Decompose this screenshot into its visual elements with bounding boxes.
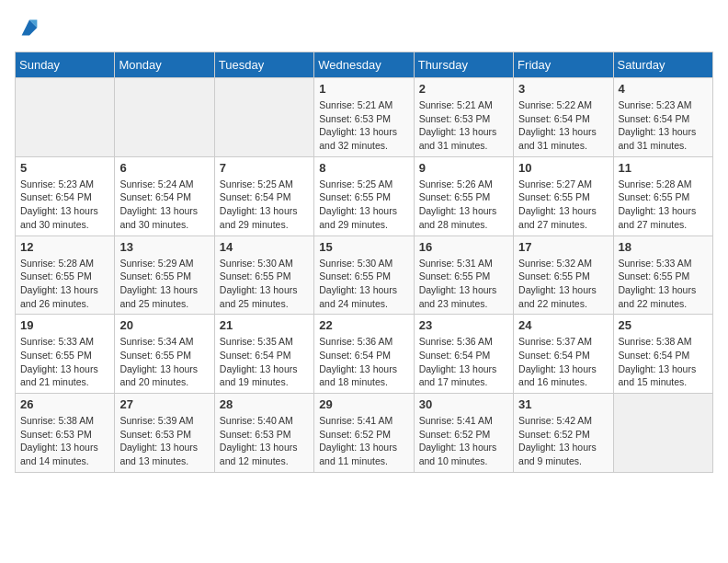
- day-number: 3: [518, 82, 608, 96]
- calendar-week-row: 5Sunrise: 5:23 AM Sunset: 6:54 PM Daylig…: [16, 156, 713, 236]
- logo: [15, 15, 42, 40]
- calendar-cell: 28Sunrise: 5:40 AM Sunset: 6:53 PM Dayli…: [214, 394, 313, 473]
- calendar-cell: 29Sunrise: 5:41 AM Sunset: 6:52 PM Dayli…: [314, 394, 414, 473]
- calendar-cell: 6Sunrise: 5:24 AM Sunset: 6:54 PM Daylig…: [115, 156, 214, 236]
- day-info: Sunrise: 5:23 AM Sunset: 6:54 PM Dayligh…: [20, 178, 109, 232]
- day-info: Sunrise: 5:36 AM Sunset: 6:54 PM Dayligh…: [419, 335, 508, 389]
- day-info: Sunrise: 5:24 AM Sunset: 6:54 PM Dayligh…: [119, 178, 209, 232]
- header-day: Thursday: [414, 52, 513, 78]
- calendar-week-row: 19Sunrise: 5:33 AM Sunset: 6:55 PM Dayli…: [16, 315, 713, 394]
- day-number: 1: [319, 82, 408, 96]
- day-number: 15: [319, 240, 408, 254]
- header-day: Friday: [514, 52, 613, 78]
- day-number: 8: [319, 161, 408, 175]
- day-info: Sunrise: 5:40 AM Sunset: 6:53 PM Dayligh…: [220, 414, 309, 468]
- logo-icon: [17, 15, 42, 40]
- day-info: Sunrise: 5:30 AM Sunset: 6:55 PM Dayligh…: [220, 257, 309, 311]
- calendar-cell: 19Sunrise: 5:33 AM Sunset: 6:55 PM Dayli…: [16, 315, 115, 394]
- calendar-cell: 1Sunrise: 5:21 AM Sunset: 6:53 PM Daylig…: [314, 78, 414, 157]
- day-info: Sunrise: 5:21 AM Sunset: 6:53 PM Dayligh…: [419, 98, 508, 153]
- day-number: 11: [619, 161, 708, 175]
- header-day: Sunday: [16, 52, 115, 78]
- header-day: Monday: [115, 52, 214, 78]
- calendar-week-row: 1Sunrise: 5:21 AM Sunset: 6:53 PM Daylig…: [16, 78, 713, 157]
- day-number: 22: [319, 318, 408, 332]
- calendar-week-row: 26Sunrise: 5:38 AM Sunset: 6:53 PM Dayli…: [16, 394, 713, 473]
- day-number: 30: [419, 397, 508, 411]
- calendar-cell: 26Sunrise: 5:38 AM Sunset: 6:53 PM Dayli…: [16, 394, 115, 473]
- calendar-cell: 27Sunrise: 5:39 AM Sunset: 6:53 PM Dayli…: [115, 394, 214, 473]
- day-number: 16: [419, 240, 508, 254]
- day-number: 10: [518, 161, 608, 175]
- day-number: 19: [20, 318, 109, 332]
- calendar-cell: 4Sunrise: 5:23 AM Sunset: 6:54 PM Daylig…: [613, 78, 712, 157]
- day-number: 29: [319, 397, 408, 411]
- day-number: 2: [419, 82, 508, 96]
- day-info: Sunrise: 5:27 AM Sunset: 6:55 PM Dayligh…: [518, 178, 608, 232]
- calendar-cell: 12Sunrise: 5:28 AM Sunset: 6:55 PM Dayli…: [16, 236, 115, 315]
- calendar-cell: 2Sunrise: 5:21 AM Sunset: 6:53 PM Daylig…: [414, 78, 513, 157]
- day-number: 24: [518, 318, 608, 332]
- page-header: [15, 15, 713, 40]
- day-number: 23: [419, 318, 508, 332]
- day-number: 31: [518, 397, 608, 411]
- day-info: Sunrise: 5:28 AM Sunset: 6:55 PM Dayligh…: [619, 178, 708, 232]
- day-number: 20: [119, 318, 209, 332]
- calendar-cell: 5Sunrise: 5:23 AM Sunset: 6:54 PM Daylig…: [16, 156, 115, 236]
- day-info: Sunrise: 5:34 AM Sunset: 6:55 PM Dayligh…: [119, 335, 209, 389]
- calendar-cell: [16, 78, 115, 157]
- day-info: Sunrise: 5:36 AM Sunset: 6:54 PM Dayligh…: [319, 335, 408, 389]
- calendar-table: SundayMondayTuesdayWednesdayThursdayFrid…: [15, 52, 713, 473]
- day-info: Sunrise: 5:35 AM Sunset: 6:54 PM Dayligh…: [220, 335, 309, 389]
- header-row: SundayMondayTuesdayWednesdayThursdayFrid…: [16, 52, 713, 78]
- day-info: Sunrise: 5:25 AM Sunset: 6:54 PM Dayligh…: [220, 178, 309, 232]
- day-number: 7: [220, 161, 309, 175]
- calendar-cell: 7Sunrise: 5:25 AM Sunset: 6:54 PM Daylig…: [214, 156, 313, 236]
- day-info: Sunrise: 5:33 AM Sunset: 6:55 PM Dayligh…: [619, 257, 708, 311]
- day-number: 18: [619, 240, 708, 254]
- header-day: Saturday: [613, 52, 712, 78]
- header-day: Wednesday: [314, 52, 414, 78]
- day-info: Sunrise: 5:39 AM Sunset: 6:53 PM Dayligh…: [119, 414, 209, 468]
- day-info: Sunrise: 5:38 AM Sunset: 6:54 PM Dayligh…: [619, 335, 708, 389]
- calendar-cell: 24Sunrise: 5:37 AM Sunset: 6:54 PM Dayli…: [514, 315, 613, 394]
- day-number: 28: [220, 397, 309, 411]
- calendar-cell: 31Sunrise: 5:42 AM Sunset: 6:52 PM Dayli…: [514, 394, 613, 473]
- day-info: Sunrise: 5:41 AM Sunset: 6:52 PM Dayligh…: [319, 414, 408, 468]
- day-number: 25: [619, 318, 708, 332]
- day-info: Sunrise: 5:42 AM Sunset: 6:52 PM Dayligh…: [518, 414, 608, 468]
- day-number: 27: [119, 397, 209, 411]
- calendar-week-row: 12Sunrise: 5:28 AM Sunset: 6:55 PM Dayli…: [16, 236, 713, 315]
- calendar-cell: 9Sunrise: 5:26 AM Sunset: 6:55 PM Daylig…: [414, 156, 513, 236]
- day-info: Sunrise: 5:37 AM Sunset: 6:54 PM Dayligh…: [518, 335, 608, 389]
- calendar-cell: 30Sunrise: 5:41 AM Sunset: 6:52 PM Dayli…: [414, 394, 513, 473]
- calendar-cell: 8Sunrise: 5:25 AM Sunset: 6:55 PM Daylig…: [314, 156, 414, 236]
- day-number: 6: [119, 161, 209, 175]
- day-info: Sunrise: 5:29 AM Sunset: 6:55 PM Dayligh…: [119, 257, 209, 311]
- day-number: 5: [20, 161, 109, 175]
- calendar-cell: 20Sunrise: 5:34 AM Sunset: 6:55 PM Dayli…: [115, 315, 214, 394]
- header-day: Tuesday: [214, 52, 313, 78]
- day-info: Sunrise: 5:31 AM Sunset: 6:55 PM Dayligh…: [419, 257, 508, 311]
- calendar-cell: 18Sunrise: 5:33 AM Sunset: 6:55 PM Dayli…: [613, 236, 712, 315]
- calendar-cell: 25Sunrise: 5:38 AM Sunset: 6:54 PM Dayli…: [613, 315, 712, 394]
- calendar-cell: 22Sunrise: 5:36 AM Sunset: 6:54 PM Dayli…: [314, 315, 414, 394]
- calendar-cell: [214, 78, 313, 157]
- day-info: Sunrise: 5:26 AM Sunset: 6:55 PM Dayligh…: [419, 178, 508, 232]
- calendar-cell: 10Sunrise: 5:27 AM Sunset: 6:55 PM Dayli…: [514, 156, 613, 236]
- day-number: 26: [20, 397, 109, 411]
- day-number: 14: [220, 240, 309, 254]
- day-info: Sunrise: 5:38 AM Sunset: 6:53 PM Dayligh…: [20, 414, 109, 468]
- calendar-cell: 11Sunrise: 5:28 AM Sunset: 6:55 PM Dayli…: [613, 156, 712, 236]
- day-number: 13: [119, 240, 209, 254]
- calendar-cell: 3Sunrise: 5:22 AM Sunset: 6:54 PM Daylig…: [514, 78, 613, 157]
- calendar-cell: [115, 78, 214, 157]
- day-number: 17: [518, 240, 608, 254]
- calendar-cell: 21Sunrise: 5:35 AM Sunset: 6:54 PM Dayli…: [214, 315, 313, 394]
- day-info: Sunrise: 5:30 AM Sunset: 6:55 PM Dayligh…: [319, 257, 408, 311]
- calendar-cell: 15Sunrise: 5:30 AM Sunset: 6:55 PM Dayli…: [314, 236, 414, 315]
- day-number: 9: [419, 161, 508, 175]
- calendar-cell: 14Sunrise: 5:30 AM Sunset: 6:55 PM Dayli…: [214, 236, 313, 315]
- day-info: Sunrise: 5:32 AM Sunset: 6:55 PM Dayligh…: [518, 257, 608, 311]
- day-info: Sunrise: 5:33 AM Sunset: 6:55 PM Dayligh…: [20, 335, 109, 389]
